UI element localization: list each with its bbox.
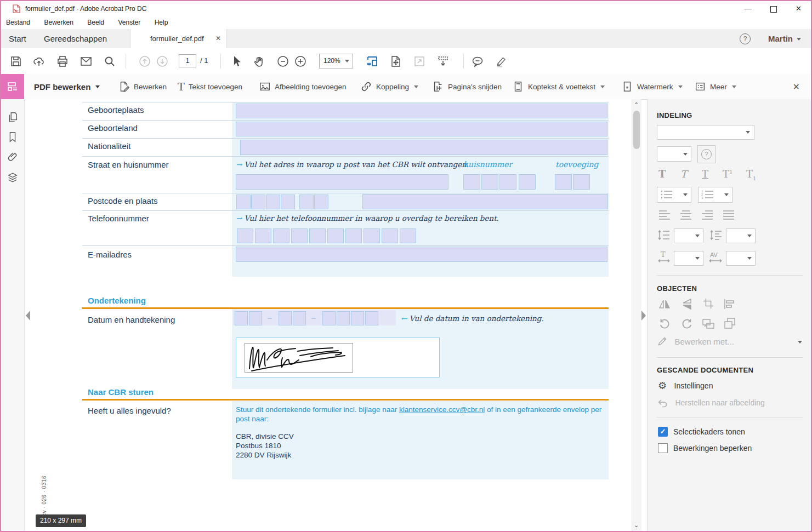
plaats-input[interactable] <box>362 194 608 209</box>
date-year-cell[interactable] <box>322 311 336 325</box>
page-thumbnails-icon[interactable] <box>7 111 19 123</box>
afbeelding-toevoegen-button[interactable]: Afbeelding toevoegen <box>259 74 347 99</box>
paginas-snijden-button[interactable]: Pagina's snijden <box>432 74 502 99</box>
menu-beeld[interactable]: Beeld <box>87 16 104 29</box>
meer-button[interactable]: Meer <box>694 74 736 99</box>
geboorteplaats-input[interactable] <box>236 104 607 118</box>
bewerken-button[interactable]: Bewerken <box>118 74 167 99</box>
koppeling-button[interactable]: Koppeling <box>360 74 418 99</box>
select-tool-icon[interactable] <box>230 55 243 68</box>
email-icon[interactable] <box>80 55 93 68</box>
hand-tool-icon[interactable] <box>253 55 266 68</box>
email-input[interactable] <box>236 247 607 262</box>
tab-gereedschappen[interactable]: Gereedschappen <box>44 29 107 48</box>
zoom-in-icon[interactable] <box>294 55 307 68</box>
huisnummer-cell[interactable] <box>463 174 480 190</box>
format-help-button[interactable]: ? <box>697 145 716 163</box>
tekst-toevoegen-button[interactable]: T Tekst toevoegen <box>178 74 242 99</box>
font-family-select[interactable] <box>657 125 754 140</box>
postcode-cell[interactable] <box>281 195 295 209</box>
huisnummer-cell[interactable] <box>499 174 516 190</box>
bullet-list-button[interactable] <box>657 187 691 203</box>
bewerken-met-button[interactable]: Bewerken met... <box>657 336 802 349</box>
date-year-cell[interactable] <box>337 311 350 325</box>
nationaliteit-input[interactable] <box>240 140 607 155</box>
email-link[interactable]: klantenservice.ccv@cbr.nl <box>399 405 485 414</box>
date-month-cell[interactable] <box>279 311 292 325</box>
postcode-cell[interactable] <box>251 195 265 209</box>
menu-bewerken[interactable]: Bewerken <box>44 16 73 29</box>
collapse-right-panel-icon[interactable] <box>641 311 646 321</box>
postcode-cell[interactable] <box>236 195 251 209</box>
postcode-cell[interactable] <box>314 195 328 209</box>
tab-start[interactable]: Start <box>9 29 26 48</box>
edit-pdf-menu[interactable]: PDF bewerken <box>34 74 100 99</box>
menu-venster[interactable]: Venster <box>118 16 140 29</box>
minimize-icon[interactable]: — <box>736 1 760 16</box>
menu-bestand[interactable]: Bestand <box>6 16 30 29</box>
close-window-icon[interactable]: ✕ <box>786 1 811 16</box>
paragraph-spacing-select[interactable] <box>726 228 756 243</box>
telefoon-cell[interactable] <box>345 228 362 243</box>
date-day-cell[interactable] <box>235 311 248 325</box>
close-tab-icon[interactable]: ✕ <box>215 29 221 48</box>
line-spacing-select[interactable] <box>674 228 703 243</box>
date-month-cell[interactable] <box>293 311 306 325</box>
date-day-cell[interactable] <box>249 311 262 325</box>
maximize-icon[interactable] <box>761 1 786 16</box>
huisnummer-cell[interactable] <box>519 174 536 190</box>
postcode-cell[interactable] <box>266 195 280 209</box>
koptekst-voettekst-button[interactable]: Koptekst & voettekst <box>512 74 605 99</box>
save-icon[interactable] <box>9 55 22 68</box>
bookmarks-icon[interactable] <box>7 131 19 143</box>
scroll-down-icon[interactable]: ⌄ <box>634 522 639 529</box>
numbered-list-button[interactable]: 123 <box>698 187 732 203</box>
telefoon-cell[interactable] <box>309 228 326 243</box>
menu-help[interactable]: Help <box>155 16 168 29</box>
telefoon-cell[interactable] <box>255 228 271 243</box>
bewerkingen-checkbox[interactable] <box>658 443 668 453</box>
huisnummer-cell[interactable] <box>481 174 498 190</box>
date-year-cell[interactable] <box>351 311 364 325</box>
help-icon[interactable]: ? <box>740 33 751 44</box>
search-icon[interactable] <box>103 55 116 68</box>
character-spacing-select[interactable] <box>726 251 756 266</box>
instellingen-button[interactable]: ⚙ Instellingen <box>658 380 713 392</box>
user-menu[interactable]: Martin <box>768 29 793 48</box>
tab-document[interactable]: formulier_def.pdf ✕ <box>130 29 227 48</box>
comment-icon[interactable] <box>471 55 484 68</box>
signature-image[interactable] <box>245 343 353 373</box>
horizontal-scale-select[interactable] <box>674 251 703 266</box>
telefoon-cell[interactable] <box>327 228 344 243</box>
straat-input[interactable] <box>236 174 448 190</box>
telefoon-cell[interactable] <box>364 228 380 243</box>
share-upload-icon[interactable] <box>32 55 46 68</box>
fit-page-icon[interactable] <box>389 55 402 68</box>
date-year-cell[interactable] <box>365 311 378 325</box>
edit-pdf-tool-icon[interactable] <box>1 74 24 99</box>
zoom-out-icon[interactable] <box>276 55 289 68</box>
fit-width-icon[interactable] <box>366 55 379 68</box>
telefoon-cell[interactable] <box>237 228 253 243</box>
font-size-select[interactable] <box>657 146 691 162</box>
scrollbar-thumb[interactable] <box>633 111 640 149</box>
attachments-icon[interactable] <box>7 151 19 163</box>
postcode-cell[interactable] <box>299 195 314 209</box>
telefoon-cell[interactable] <box>273 228 289 243</box>
signature-selection-box[interactable] <box>236 337 440 377</box>
reading-mode-icon[interactable] <box>436 55 450 68</box>
geboorteland-input[interactable] <box>236 122 607 136</box>
collapse-left-panel-icon[interactable] <box>26 311 30 321</box>
page-number-input[interactable]: 1 <box>179 54 196 67</box>
telefoon-cell[interactable] <box>400 228 416 243</box>
zoom-level-select[interactable]: 120% <box>319 54 353 68</box>
close-toolbar-icon[interactable]: ✕ <box>793 82 800 92</box>
scroll-up-icon[interactable]: ⌃ <box>634 101 639 108</box>
highlighter-icon[interactable] <box>495 55 508 68</box>
toevoeging-cell[interactable] <box>555 174 572 190</box>
telefoon-cell[interactable] <box>291 228 308 243</box>
selectiekaders-checkbox[interactable]: ✓ <box>658 427 668 437</box>
watermerk-button[interactable]: Watermerk <box>621 74 683 99</box>
telefoon-cell[interactable] <box>382 228 398 243</box>
toevoeging-cell[interactable] <box>573 174 590 190</box>
